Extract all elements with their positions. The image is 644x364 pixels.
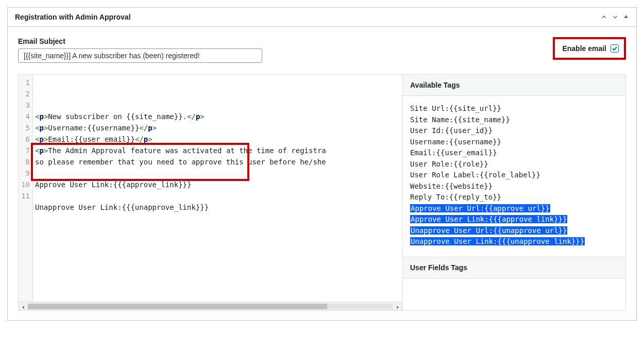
- code-line: <p>The Admin Approval feature was activa…: [35, 145, 402, 156]
- user-fields-tags-title: User Fields Tags: [403, 257, 625, 278]
- available-tag[interactable]: Unapprove User Link:{{{unapprove_link}}}: [410, 236, 585, 247]
- code-area: 1234567891011 <p>New subscriber on {{sit…: [19, 75, 403, 310]
- available-tag[interactable]: Website:{{website}}: [410, 181, 618, 192]
- code-line: <p>Email:{{user_email}}</p>: [35, 134, 402, 145]
- chevron-down-icon[interactable]: [612, 13, 619, 21]
- enable-email-box: Enable email: [553, 37, 626, 60]
- code-line: Unapprove User Link:{{{unapprove_link}}}: [35, 202, 402, 213]
- code-editor[interactable]: <p>New subscriber on {{site_name}}.</p><…: [33, 75, 402, 302]
- available-tag[interactable]: Reply To:{{reply_to}}: [410, 192, 618, 203]
- available-tag[interactable]: Site Url:{{site_url}}: [410, 103, 618, 114]
- code-line: [35, 213, 402, 224]
- settings-panel: Registration with Admin Approval Email S…: [7, 7, 637, 321]
- email-subject-label: Email Subject: [18, 37, 262, 45]
- user-fields-tags-body: [403, 278, 625, 311]
- svg-marker-2: [397, 306, 398, 309]
- code-gutter: 1234567891011: [19, 75, 33, 302]
- available-tag[interactable]: Approve User Url:{{approve_url}}: [410, 203, 550, 214]
- caret-up-icon[interactable]: [623, 13, 629, 21]
- scroll-thumb[interactable]: [28, 304, 327, 309]
- available-tags-body: Site Url:{{site_url}}Site Name:{{site_na…: [403, 96, 625, 257]
- svg-marker-0: [624, 15, 628, 18]
- editor-wrap: 1234567891011 <p>New subscriber on {{sit…: [18, 74, 626, 311]
- available-tag[interactable]: User Role Label:{{role_label}}: [410, 170, 618, 181]
- email-subject-group: Email Subject: [18, 37, 262, 63]
- enable-email-label: Enable email: [562, 44, 606, 53]
- available-tag[interactable]: Unapprove User Url:{{unapprove_url}}: [410, 225, 567, 237]
- available-tag[interactable]: User Id:{{user_id}}: [410, 125, 618, 137]
- code-body: 1234567891011 <p>New subscriber on {{sit…: [19, 75, 402, 302]
- panel-body: Email Subject Enable email 1234567891011…: [8, 27, 636, 320]
- horizontal-scrollbar[interactable]: [19, 302, 402, 310]
- code-line: so please remember that you need to appr…: [35, 156, 402, 168]
- code-line: Approve User Link:{{{approve_link}}}: [35, 179, 402, 190]
- available-tag[interactable]: Site Name:{{site_name}}: [410, 114, 618, 126]
- panel-title: Registration with Admin Approval: [15, 13, 131, 21]
- chevron-up-icon[interactable]: [600, 13, 607, 21]
- code-line: [35, 168, 402, 179]
- email-subject-input[interactable]: [18, 48, 262, 63]
- panel-controls: [600, 13, 629, 21]
- top-row: Email Subject Enable email: [18, 37, 626, 63]
- enable-email-checkbox[interactable]: [611, 44, 619, 53]
- code-line: <p>New subscriber on {{site_name}}.</p>: [35, 111, 402, 122]
- available-tag[interactable]: Approve User Link:{{{approve_link}}}: [410, 214, 567, 225]
- available-tags-title: Available Tags: [403, 75, 625, 96]
- panel-header: Registration with Admin Approval: [8, 8, 636, 27]
- available-tag[interactable]: Username:{{username}}: [410, 137, 618, 148]
- scroll-track[interactable]: [28, 304, 393, 309]
- code-line: [35, 224, 402, 236]
- scroll-right-icon[interactable]: [395, 304, 400, 309]
- available-tag[interactable]: User Role:{{role}}: [410, 159, 618, 170]
- scroll-left-icon[interactable]: [21, 304, 26, 309]
- code-line: [35, 190, 402, 202]
- tags-sidebar: Available Tags Site Url:{{site_url}}Site…: [403, 75, 625, 310]
- svg-marker-1: [22, 306, 24, 309]
- available-tag[interactable]: Email:{{user_email}}: [410, 147, 618, 159]
- code-line: <p>Username:{{username}}</p>: [35, 122, 402, 134]
